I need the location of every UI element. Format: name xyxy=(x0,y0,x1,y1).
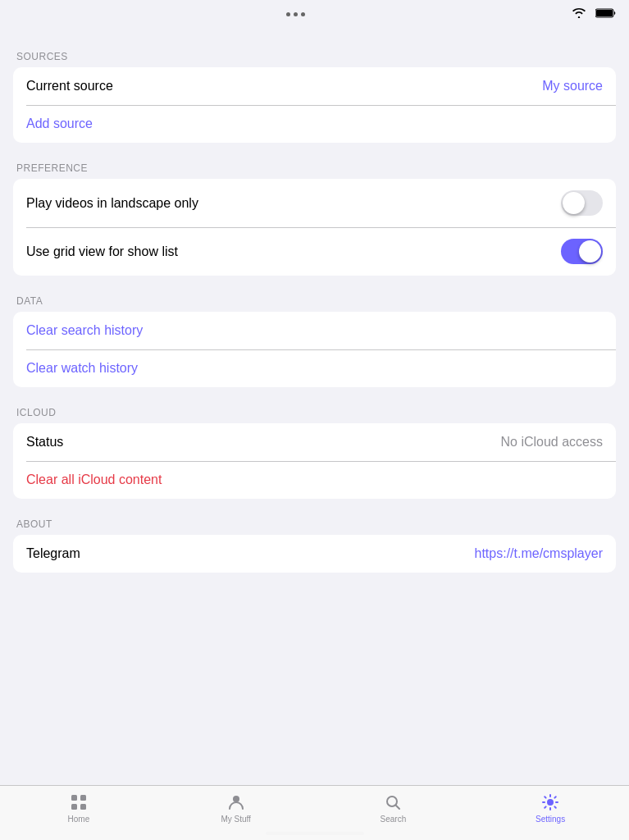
status-more xyxy=(286,12,305,16)
row-label-add-source: Add source xyxy=(26,116,93,131)
row-label-landscape-only: Play videos in landscape only xyxy=(26,196,198,211)
section-header-preference: PREFERENCE xyxy=(0,162,629,179)
status-time-date xyxy=(13,7,20,21)
person-icon xyxy=(226,792,246,812)
tab-label-search: Search xyxy=(381,815,407,824)
svg-point-6 xyxy=(233,796,239,802)
svg-rect-1 xyxy=(596,10,613,16)
svg-line-8 xyxy=(396,806,400,810)
dot3 xyxy=(301,12,305,16)
dot2 xyxy=(294,12,298,16)
svg-rect-3 xyxy=(80,795,86,801)
section-about: ABOUTTelegramhttps://t.me/cmsplayer xyxy=(0,518,629,573)
section-body-icloud: StatusNo iCloud accessClear all iCloud c… xyxy=(13,423,616,499)
row-label-clear-icloud: Clear all iCloud content xyxy=(26,472,162,487)
section-sources: SOURCESCurrent sourceMy sourceAdd source xyxy=(0,51,629,143)
home-icon xyxy=(69,792,89,812)
settings-icon xyxy=(540,792,560,812)
dot1 xyxy=(286,12,290,16)
row-label-status: Status xyxy=(26,435,63,450)
section-header-icloud: ICLOUD xyxy=(0,407,629,423)
svg-rect-2 xyxy=(71,795,77,801)
section-body-data: Clear search historyClear watch history xyxy=(13,312,616,387)
row-label-clear-watch: Clear watch history xyxy=(26,361,138,376)
tab-settings[interactable]: Settings xyxy=(472,792,629,824)
tab-mystuff[interactable]: My Stuff xyxy=(157,792,315,824)
page-title xyxy=(0,28,629,51)
svg-point-9 xyxy=(548,800,553,805)
wifi-icon xyxy=(572,8,586,21)
tab-search[interactable]: Search xyxy=(315,792,472,824)
section-data: DATAClear search historyClear watch hist… xyxy=(0,295,629,387)
row-landscape-only[interactable]: Play videos in landscape only xyxy=(13,179,616,227)
row-status: StatusNo iCloud access xyxy=(13,423,616,461)
row-label-grid-view: Use grid view for show list xyxy=(26,244,178,259)
tab-label-home: Home xyxy=(68,815,90,824)
tab-bar: Home My Stuff Search Settings xyxy=(0,785,629,840)
tab-bar-items: Home My Stuff Search Settings xyxy=(0,792,629,824)
row-label-clear-search: Clear search history xyxy=(26,323,143,338)
toggle-knob-grid-view xyxy=(579,240,601,262)
status-bar xyxy=(0,0,629,28)
row-value-current-source: My source xyxy=(542,79,603,94)
battery-icon xyxy=(595,8,616,21)
section-icloud: ICLOUDStatusNo iCloud accessClear all iC… xyxy=(0,407,629,499)
section-header-data: DATA xyxy=(0,295,629,312)
row-clear-icloud[interactable]: Clear all iCloud content xyxy=(13,461,616,499)
section-header-about: ABOUT xyxy=(0,518,629,535)
tab-home[interactable]: Home xyxy=(0,792,157,824)
svg-rect-5 xyxy=(80,804,86,810)
toggle-landscape-only[interactable] xyxy=(561,190,603,216)
toggle-grid-view[interactable] xyxy=(561,239,603,264)
row-value-status: No iCloud access xyxy=(501,435,604,450)
svg-rect-4 xyxy=(71,804,77,810)
section-body-preference: Play videos in landscape onlyUse grid vi… xyxy=(13,179,616,276)
sections-container: SOURCESCurrent sourceMy sourceAdd source… xyxy=(0,51,629,573)
section-header-sources: SOURCES xyxy=(0,51,629,67)
row-grid-view[interactable]: Use grid view for show list xyxy=(13,227,616,276)
row-telegram[interactable]: Telegramhttps://t.me/cmsplayer xyxy=(13,535,616,573)
status-indicators xyxy=(572,8,616,21)
tab-label-mystuff: My Stuff xyxy=(221,815,251,824)
section-body-about: Telegramhttps://t.me/cmsplayer xyxy=(13,535,616,573)
row-current-source[interactable]: Current sourceMy source xyxy=(13,67,616,105)
tab-label-settings: Settings xyxy=(536,815,565,824)
section-preference: PREFERENCEPlay videos in landscape onlyU… xyxy=(0,162,629,276)
toggle-knob-landscape-only xyxy=(563,192,585,214)
search-icon xyxy=(383,792,403,812)
row-link-telegram[interactable]: https://t.me/cmsplayer xyxy=(475,546,604,561)
row-add-source[interactable]: Add source xyxy=(13,105,616,143)
row-clear-watch[interactable]: Clear watch history xyxy=(13,349,616,387)
row-label-current-source: Current source xyxy=(26,79,113,94)
row-label-telegram: Telegram xyxy=(26,546,80,561)
page-content: SOURCESCurrent sourceMy sourceAdd source… xyxy=(0,28,629,674)
row-clear-search[interactable]: Clear search history xyxy=(13,312,616,349)
section-body-sources: Current sourceMy sourceAdd source xyxy=(13,67,616,143)
